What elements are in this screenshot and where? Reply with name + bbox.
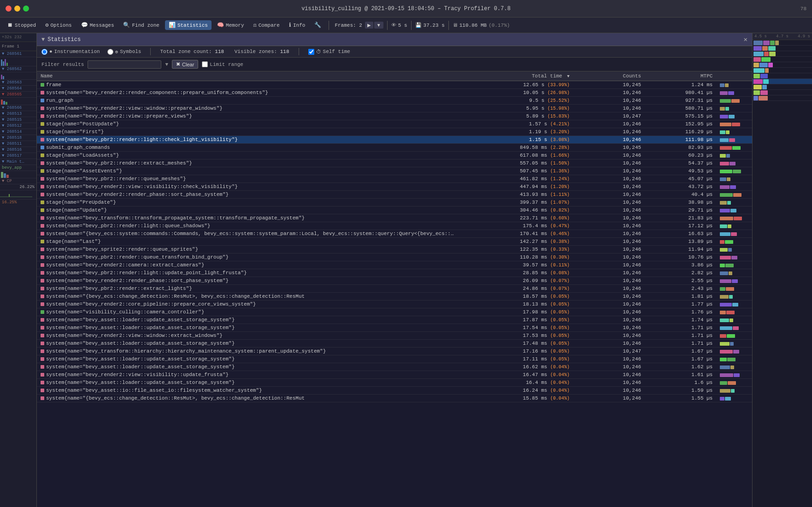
table-row[interactable]: system{name="bevy_asset::loader::update_… [37, 316, 752, 324]
frame-entry-268515[interactable]: ▼ 268515 [0, 117, 36, 123]
frame-entry-bevyapp[interactable]: bevy_app [0, 165, 36, 171]
table-row[interactable]: system{name="bevy_render2::camera::extra… [37, 261, 752, 269]
table-row[interactable]: system{name="bevy_asset::loader::update_… [37, 324, 752, 332]
col-counts[interactable]: Counts [573, 71, 645, 81]
row-count: 10,246 [573, 105, 645, 112]
compare-button[interactable]: ⚖ Compare [250, 20, 283, 30]
frame-entry-268518[interactable]: ▼ 268518 [0, 135, 36, 141]
table-row[interactable]: system{name="bevy_render2::view::visibil… [37, 371, 752, 379]
table-row[interactable]: system{name="bevy_render2::view::window:… [37, 332, 752, 340]
table-row[interactable]: system{name="bevy_pbr2::render::queue_tr… [37, 254, 752, 261]
table-row[interactable]: stage{name="Last"} 142.27 ms (0.38%) 10,… [37, 238, 752, 246]
row-name: system{name="{bevy_ecs::system::commands… [46, 231, 455, 236]
frame-entry-268566[interactable]: ▼ 268566 [0, 105, 36, 111]
table-row[interactable]: system{name="{bevy_ecs::change_detection… [37, 395, 752, 402]
frame-entry-268565[interactable]: ▼ 268565 [0, 92, 36, 98]
table-row[interactable]: system{name="bevy_transform::transform_p… [37, 214, 752, 222]
info-button[interactable]: ℹ Info [285, 20, 309, 30]
table-row[interactable]: system{name="bevy_pbr2::render::light::q… [37, 222, 752, 230]
frame-dropdown-button[interactable]: ▼ [374, 22, 383, 29]
prev-frame-button[interactable]: ▶ [365, 22, 373, 29]
table-row[interactable]: system{name="bevy_asset::loader::update_… [37, 340, 752, 348]
find-zone-button[interactable]: 🔍 Find zone [119, 20, 163, 30]
frame-entry-268513[interactable]: ▼ 268513 [0, 111, 36, 117]
row-total-time: 170.41 ms (0.46%) [466, 230, 573, 238]
frame-entry-cp[interactable]: ▼ CP [0, 178, 36, 184]
stats-close-button[interactable]: ✕ [744, 35, 747, 43]
table-row[interactable]: system{name="bevy_render2::render_phase:… [37, 277, 752, 285]
table-row[interactable]: stage{name="PreUpdate"} 399.37 ms (1.07%… [37, 199, 752, 206]
table-row[interactable]: run_graph 9.5 s (25.52%) 10,246 927.31 µ… [37, 97, 752, 105]
minimize-button[interactable] [14, 6, 20, 12]
table-row[interactable]: system{name="visibility_culling::camera_… [37, 308, 752, 316]
frame-entry-268511[interactable]: ▼ 268511 [0, 141, 36, 147]
table-row[interactable]: system{name="bevy_asset::loader::update_… [37, 355, 752, 363]
frame-entry-268562[interactable]: ▼ 268562 [0, 66, 36, 72]
limit-range-label[interactable]: Limit range [202, 61, 243, 67]
settings2-button[interactable]: 🔧 [311, 20, 325, 30]
frame-entry-main[interactable]: ▼ Main t… [0, 159, 36, 165]
frame-entry-268516[interactable]: ▼ 268516 [0, 147, 36, 153]
table-row[interactable]: submit_graph_commands 849.58 ms (2.28%) … [37, 144, 752, 152]
self-time-checkbox-label[interactable]: ⏱ Self time [308, 49, 350, 55]
table-row[interactable]: stage{name="Update"} 304.46 ms (0.82%) 1… [37, 206, 752, 214]
frame-entry-268564[interactable]: ▼ 268564 [0, 86, 36, 92]
messages-button[interactable]: 💬 Messages [77, 20, 118, 30]
frame-entry-268517[interactable]: ▼ 268517 [0, 153, 36, 159]
table-row[interactable]: system{name="bevy_render2::view::window:… [37, 105, 752, 112]
table-row[interactable]: system{name="bevy_asset::loader::update_… [37, 363, 752, 371]
options-button[interactable]: ⚙ Options [41, 20, 75, 30]
table-row[interactable]: system{name="bevy_render2::render_phase:… [37, 191, 752, 199]
symbols-tab[interactable]: ⊕ Symbols [107, 49, 141, 55]
table-row[interactable]: system{name="bevy_render2::core_pipeline… [37, 301, 752, 308]
filter-input[interactable] [88, 60, 161, 69]
table-row[interactable]: stage{name="AssetEvents"} 507.45 ms (1.3… [37, 167, 752, 175]
stopped-button[interactable]: ⏹ Stopped [4, 20, 40, 30]
frame-entry-268563[interactable]: ▼ 268563 [0, 80, 36, 86]
frame-list[interactable]: ▼ 268561 ▼ 268562 [0, 51, 36, 507]
table-row[interactable]: frame 12.65 s (33.99%) 10,245 1.24 ms [37, 81, 752, 89]
table-row[interactable]: system{name="bevy_render2::view::prepare… [37, 112, 752, 120]
table-row[interactable]: system{name="bevy_transform::hierarchy::… [37, 348, 752, 355]
table-row[interactable]: stage{name="First"} 1.19 s (3.20%) 10,24… [37, 128, 752, 136]
clear-button[interactable]: ✖ Clear [172, 60, 198, 69]
row-timeline [716, 269, 752, 277]
row-pct: (26.98%) [547, 90, 570, 95]
table-row[interactable]: system{name="bevy_render2::view::visibil… [37, 183, 752, 191]
symbols-radio[interactable] [107, 49, 113, 55]
self-time-checkbox[interactable] [308, 49, 314, 55]
instrumentation-tab[interactable]: ● Instrumentation [41, 49, 100, 55]
table-row[interactable]: system{name="bevy_pbr2::render::light::c… [37, 136, 752, 144]
row-pct: (0.33%) [550, 247, 570, 252]
frame-entry-268514[interactable]: ▼ 268514 [0, 129, 36, 135]
row-pct: (0.05%) [550, 302, 570, 307]
table-row[interactable]: system{name="bevy_asset::io::file_asset_… [37, 387, 752, 395]
table-row[interactable]: system{name="bevy_pbr2::render::extract_… [37, 159, 752, 167]
col-mtpc[interactable]: MTPC [645, 71, 716, 81]
row-timeline [716, 152, 752, 159]
table-row[interactable]: system{name="{bevy_ecs::system::commands… [37, 230, 752, 238]
instrumentation-radio[interactable] [41, 49, 47, 55]
frame-entry-268561[interactable]: ▼ 268561 [0, 51, 36, 57]
close-button[interactable] [6, 6, 12, 12]
col-name[interactable]: Name [37, 71, 466, 81]
col-total-time[interactable]: Total time ▼ [466, 71, 573, 81]
table-row[interactable]: system{name="{bevy_ecs::change_detection… [37, 293, 752, 301]
row-mtpc: 16.63 µs [645, 230, 716, 238]
maximize-button[interactable] [23, 6, 29, 12]
limit-range-checkbox[interactable] [202, 61, 208, 67]
table-row[interactable]: stage{name="LoadAssets"} 617.08 ms (1.66… [37, 152, 752, 159]
table-row[interactable]: system{name="bevy_pbr2::render::queue_me… [37, 175, 752, 183]
timeline-block [753, 90, 760, 95]
table-row[interactable]: system{name="bevy_pbr2::render::extract_… [37, 285, 752, 293]
statistics-button[interactable]: 📊 Statistics [165, 20, 212, 30]
table-row[interactable]: system{name="bevy_sprite2::render::queue… [37, 246, 752, 254]
frame-entry-268512[interactable]: ▼ 268512 [0, 123, 36, 129]
memory-button[interactable]: 🧠 Memory [213, 20, 248, 30]
table-row[interactable]: system{name="bevy_asset::loader::update_… [37, 379, 752, 387]
table-container[interactable]: Name Total time ▼ Counts M [37, 71, 752, 507]
table-row[interactable]: stage{name="PostUpdate"} 1.57 s (4.21%) … [37, 120, 752, 128]
row-count: 10,247 [573, 112, 645, 120]
table-row[interactable]: system{name="bevy_pbr2::render::light::u… [37, 269, 752, 277]
table-row[interactable]: system{name="bevy_render2::render_compon… [37, 89, 752, 97]
